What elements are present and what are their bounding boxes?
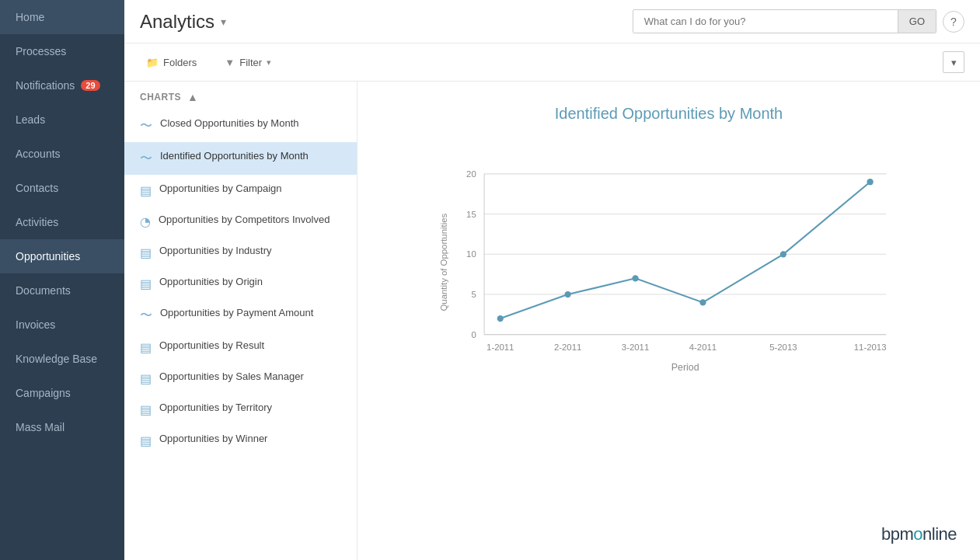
folders-button[interactable]: 📁 Folders — [140, 54, 203, 71]
sidebar-item-documents[interactable]: Documents — [0, 273, 124, 308]
chart-list: 〜Closed Opportunities by Month〜Identifie… — [124, 110, 357, 456]
sidebar-item-invoices[interactable]: Invoices — [0, 308, 124, 342]
chart-item-label: Opportunities by Winner — [159, 433, 267, 444]
sidebar-item-opportunities[interactable]: Opportunities — [0, 239, 124, 273]
folders-label: Folders — [163, 57, 197, 68]
svg-text:11-2013: 11-2013 — [853, 343, 886, 352]
svg-text:Quantity of Opportunities: Quantity of Opportunities — [439, 214, 448, 311]
chart-item-label: Opportunities by Industry — [159, 245, 272, 256]
svg-text:2-2011: 2-2011 — [553, 343, 581, 352]
chart-item-opp-result[interactable]: ▤Opportunities by Result — [124, 332, 357, 363]
svg-text:5-2013: 5-2013 — [769, 343, 797, 352]
svg-point-15 — [632, 275, 638, 281]
collapse-right-button[interactable]: ▾ — [943, 51, 964, 73]
svg-text:Period: Period — [671, 362, 699, 373]
charts-label: CHARTS — [140, 92, 181, 103]
svg-text:1-2011: 1-2011 — [487, 343, 514, 352]
svg-text:0: 0 — [471, 330, 476, 339]
bar-chart-icon: ▤ — [140, 433, 152, 448]
sidebar-item-mass-mail[interactable]: Mass Mail — [0, 410, 124, 444]
folders-icon: 📁 — [146, 57, 159, 68]
svg-text:4-2011: 4-2011 — [689, 343, 716, 352]
sidebar-item-accounts[interactable]: Accounts — [0, 137, 124, 171]
svg-text:10: 10 — [466, 249, 476, 259]
filter-label: Filter — [239, 57, 262, 68]
chart-item-opp-sales-manager[interactable]: ▤Opportunities by Sales Manager — [124, 363, 357, 394]
chart-list-panel: CHARTS ▲ 〜Closed Opportunities by Month〜… — [124, 82, 357, 560]
bar-chart-icon: ▤ — [140, 245, 152, 260]
chart-item-label: Opportunities by Campaign — [159, 183, 282, 194]
search-go-button[interactable]: GO — [898, 10, 936, 33]
chart-item-label: Opportunities by Payment Amount — [160, 307, 313, 318]
notification-badge: 29 — [81, 80, 99, 91]
page-title-text: Analytics — [140, 11, 214, 33]
chart-display-area: Identified Opportunities by Month — [357, 82, 980, 560]
sidebar-item-knowledge-base[interactable]: Knowledge Base — [0, 342, 124, 376]
sidebar-item-processes[interactable]: Processes — [0, 34, 124, 68]
sidebar: HomeProcessesNotifications29LeadsAccount… — [0, 0, 124, 560]
search-box: GO — [633, 9, 936, 33]
header: Analytics ▾ GO ? — [124, 0, 980, 43]
chart-item-opp-winner[interactable]: ▤Opportunities by Winner — [124, 425, 357, 456]
chart-item-label: Opportunities by Result — [159, 339, 264, 351]
chart-item-opp-payment[interactable]: 〜Opportunities by Payment Amount — [124, 299, 357, 332]
svg-text:15: 15 — [466, 210, 476, 219]
chart-item-label: Opportunities by Origin — [159, 276, 263, 287]
filter-dropdown-arrow: ▾ — [267, 57, 271, 68]
header-search: GO ? — [633, 9, 964, 33]
line-chart-svg: 20 15 10 5 0 Quantity of Opportunities — [436, 138, 902, 402]
bar-chart-icon: ▤ — [140, 371, 152, 386]
charts-section-header: CHARTS ▲ — [124, 82, 357, 110]
chart-item-label: Opportunities by Territory — [159, 402, 272, 413]
bpmonline-logo: bpmonline — [881, 524, 957, 544]
page-title: Analytics ▾ — [140, 11, 226, 33]
svg-text:20: 20 — [466, 169, 476, 179]
content-area: CHARTS ▲ 〜Closed Opportunities by Month〜… — [124, 82, 980, 560]
chart-container: 20 15 10 5 0 Quantity of Opportunities — [436, 138, 902, 405]
sidebar-item-activities[interactable]: Activities — [0, 205, 124, 239]
sidebar-item-campaigns[interactable]: Campaigns — [0, 376, 124, 410]
help-button[interactable]: ? — [943, 11, 964, 33]
svg-text:5: 5 — [471, 290, 476, 299]
svg-point-14 — [564, 291, 570, 297]
sidebar-item-contacts[interactable]: Contacts — [0, 171, 124, 205]
bar-chart-icon: ▤ — [140, 277, 152, 291]
chart-item-identified-opp-month[interactable]: 〜Identified Opportunities by Month — [124, 142, 357, 175]
bar-chart-icon: ▤ — [140, 183, 152, 198]
pie-chart-icon: ◔ — [140, 214, 151, 229]
chart-item-opp-industry[interactable]: ▤Opportunities by Industry — [124, 237, 357, 268]
svg-point-17 — [779, 251, 786, 257]
toolbar: 📁 Folders ▼ Filter ▾ ▾ — [124, 43, 980, 82]
chart-item-opp-origin[interactable]: ▤Opportunities by Origin — [124, 268, 357, 299]
svg-point-18 — [867, 179, 873, 185]
sidebar-item-home[interactable]: Home — [0, 0, 124, 34]
line-chart-icon: 〜 — [140, 308, 152, 324]
chart-item-label: Identified Opportunities by Month — [160, 150, 309, 162]
logo-accent: o — [913, 524, 922, 544]
chart-item-label: Closed Opportunities by Month — [160, 117, 298, 129]
chart-item-opp-campaign[interactable]: ▤Opportunities by Campaign — [124, 175, 357, 206]
main-content: Analytics ▾ GO ? 📁 Folders ▼ Filter ▾ ▾ … — [124, 0, 980, 560]
filter-button[interactable]: ▼ Filter ▾ — [218, 54, 277, 71]
bar-chart-icon: ▤ — [140, 340, 152, 355]
chart-item-closed-opp-month[interactable]: 〜Closed Opportunities by Month — [124, 110, 357, 142]
charts-collapse-icon[interactable]: ▲ — [187, 91, 198, 103]
svg-text:3-2011: 3-2011 — [621, 343, 648, 352]
chart-item-label: Opportunities by Sales Manager — [159, 370, 304, 382]
svg-point-13 — [497, 315, 503, 322]
line-chart-icon: 〜 — [140, 151, 152, 167]
chart-item-opp-territory[interactable]: ▤Opportunities by Territory — [124, 394, 357, 425]
search-input[interactable] — [633, 10, 898, 33]
chart-item-label: Opportunities by Competitors Involved — [159, 214, 330, 225]
sidebar-item-notifications[interactable]: Notifications29 — [0, 68, 124, 103]
chart-item-opp-competitors[interactable]: ◔Opportunities by Competitors Involved — [124, 206, 357, 237]
title-dropdown-icon[interactable]: ▾ — [221, 16, 226, 28]
line-chart-icon: 〜 — [140, 118, 152, 134]
filter-icon: ▼ — [225, 57, 235, 68]
svg-point-16 — [699, 299, 706, 305]
chart-title: Identified Opportunities by Month — [381, 105, 957, 123]
sidebar-item-leads[interactable]: Leads — [0, 103, 124, 137]
bar-chart-icon: ▤ — [140, 402, 152, 417]
